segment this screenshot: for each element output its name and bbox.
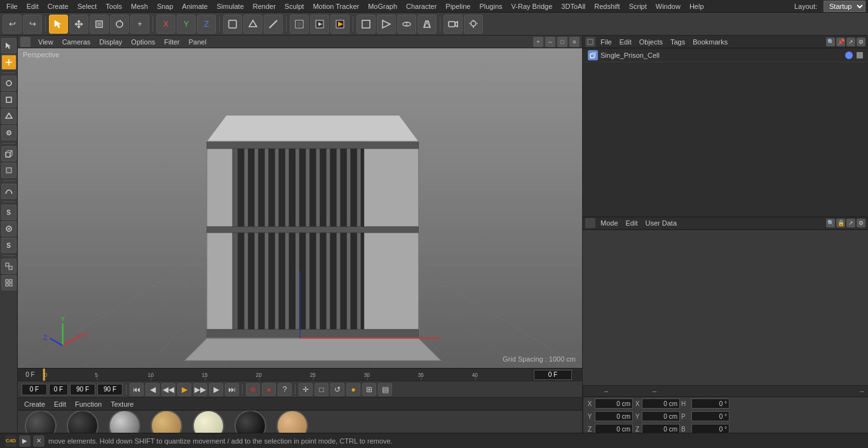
- mat-menu-create[interactable]: Create: [22, 400, 48, 408]
- menu-pipeline[interactable]: Pipeline: [442, 1, 474, 11]
- edge-mode-button[interactable]: [264, 15, 283, 34]
- vp-menu-display[interactable]: Display: [95, 37, 126, 47]
- menu-window[interactable]: Window: [652, 1, 684, 11]
- objects-menu-file[interactable]: File: [598, 38, 614, 46]
- search-icon[interactable]: 🔍: [826, 37, 835, 46]
- menu-simulate[interactable]: Simulate: [213, 1, 248, 11]
- menu-mesh[interactable]: Mesh: [127, 1, 152, 11]
- coord-h-input[interactable]: [691, 398, 729, 409]
- menu-animate[interactable]: Animate: [179, 1, 212, 11]
- rotate-tool-button[interactable]: [110, 15, 129, 34]
- current-frame-input[interactable]: [534, 370, 572, 380]
- coord-p-input[interactable]: [691, 411, 729, 421]
- cube-left-tool[interactable]: [1, 146, 17, 161]
- end-frame-input-2[interactable]: [97, 384, 123, 395]
- light-button[interactable]: [464, 15, 483, 34]
- status-icon-c4d[interactable]: C4D: [5, 435, 17, 447]
- menu-script[interactable]: Script: [625, 1, 651, 11]
- attr-arrow-icon[interactable]: ↗: [846, 219, 855, 227]
- prev-frame-button[interactable]: ◀: [146, 383, 159, 396]
- menu-snap[interactable]: Snap: [153, 1, 177, 11]
- vp-menu-view[interactable]: View: [34, 37, 57, 47]
- spline-left-tool[interactable]: [1, 184, 17, 199]
- polygon-mode-button[interactable]: [243, 15, 262, 34]
- help-button[interactable]: ?: [278, 383, 292, 396]
- pb-box-button[interactable]: □: [315, 383, 329, 396]
- polygon-left-tool[interactable]: [1, 109, 17, 124]
- render-active-view-button[interactable]: [310, 15, 329, 34]
- menu-motion-tracker[interactable]: Motion Tracker: [309, 1, 363, 11]
- vertex-left-tool[interactable]: [1, 125, 17, 140]
- S-tool-3[interactable]: S: [1, 238, 17, 253]
- menu-select[interactable]: Select: [74, 1, 101, 11]
- front-view-button[interactable]: [356, 15, 376, 34]
- play-button[interactable]: ▶: [177, 383, 191, 396]
- goto-start-button[interactable]: ⏮: [130, 383, 144, 396]
- box-left-tool[interactable]: [1, 163, 17, 178]
- z-axis-button[interactable]: Z: [197, 15, 216, 34]
- attr-search-icon[interactable]: 🔍: [826, 219, 835, 227]
- layout-dropdown[interactable]: Startup: [824, 1, 865, 12]
- attr-settings-icon[interactable]: ⚙: [857, 219, 865, 227]
- scale-tool-button[interactable]: [90, 15, 109, 34]
- auto-key-button[interactable]: ●: [262, 383, 276, 396]
- select-tool-button[interactable]: [49, 15, 68, 34]
- menu-vray[interactable]: V-Ray Bridge: [508, 1, 557, 11]
- attr-lock-icon[interactable]: 🔒: [836, 219, 845, 227]
- end-frame-input-1[interactable]: [70, 384, 95, 395]
- menu-plugins[interactable]: Plugins: [475, 1, 506, 11]
- vp-menu-filter[interactable]: Filter: [160, 37, 183, 47]
- vp-icon-2[interactable]: ↔: [545, 37, 555, 47]
- play-reverse-button[interactable]: ◀◀: [161, 383, 175, 396]
- grid-left-tool[interactable]: [1, 275, 17, 290]
- play-forward-button[interactable]: ▶▶: [193, 383, 207, 396]
- menu-3dtoall[interactable]: 3DToAll: [557, 1, 589, 11]
- status-close-icon[interactable]: ✕: [33, 435, 44, 447]
- x-axis-button[interactable]: X: [156, 15, 175, 34]
- status-play-icon[interactable]: ▶: [19, 435, 31, 447]
- mat-menu-function[interactable]: Function: [72, 400, 104, 408]
- next-frame-button[interactable]: ▶: [209, 383, 223, 396]
- timeline-ruler[interactable]: 0 F 0 5 10 15 20 25: [18, 368, 582, 381]
- move-left-tool[interactable]: [1, 55, 17, 70]
- rotation-left-tool[interactable]: [1, 76, 17, 91]
- scale-left-tool[interactable]: [1, 92, 17, 107]
- camera-button[interactable]: [444, 15, 463, 34]
- vp-icon-1[interactable]: +: [533, 37, 543, 47]
- pb-point-button[interactable]: ●: [346, 383, 360, 396]
- objects-menu-tags[interactable]: Tags: [668, 38, 688, 46]
- record-button[interactable]: ⊕: [246, 383, 260, 396]
- y-axis-button[interactable]: Y: [177, 15, 196, 34]
- menu-help[interactable]: Help: [686, 1, 708, 11]
- pointer-tool[interactable]: [1, 38, 17, 53]
- move-tool-button[interactable]: [69, 15, 88, 34]
- undo-button[interactable]: ↩: [3, 15, 22, 34]
- coord-y-size-input[interactable]: [642, 411, 680, 421]
- objects-menu-objects[interactable]: Objects: [637, 38, 665, 46]
- vp-menu-panel[interactable]: Panel: [185, 37, 210, 47]
- frame-display-input[interactable]: [49, 384, 68, 395]
- objects-menu-bookmarks[interactable]: Bookmarks: [690, 38, 730, 46]
- menu-sculpt[interactable]: Sculpt: [281, 1, 308, 11]
- S-tool-2[interactable]: [1, 221, 17, 236]
- attr-menu-edit[interactable]: Edit: [623, 219, 641, 227]
- attr-menu-userdata[interactable]: User Data: [643, 219, 680, 227]
- redo-button[interactable]: ↪: [23, 15, 42, 34]
- object-row-prison-cell[interactable]: Single_Prison_Cell: [583, 48, 868, 62]
- menu-edit[interactable]: Edit: [23, 1, 43, 11]
- menu-mograph[interactable]: MoGraph: [364, 1, 401, 11]
- S-tool-1[interactable]: S: [1, 205, 17, 220]
- expand-icon[interactable]: ↗: [846, 37, 855, 46]
- attr-menu-mode[interactable]: Mode: [598, 219, 621, 227]
- pb-render-btn[interactable]: ▤: [378, 383, 392, 396]
- menu-redshift[interactable]: Redshift: [590, 1, 623, 11]
- perspective-view-button[interactable]: [417, 15, 437, 34]
- vp-icon-4[interactable]: ≡: [569, 37, 580, 47]
- object-mode-button[interactable]: [223, 15, 242, 34]
- top-view-button[interactable]: [397, 15, 416, 34]
- box2-left-tool[interactable]: [1, 259, 17, 274]
- objects-menu-edit[interactable]: Edit: [617, 38, 634, 46]
- render-button[interactable]: [330, 15, 349, 34]
- menu-character[interactable]: Character: [402, 1, 440, 11]
- vp-menu-cameras[interactable]: Cameras: [58, 37, 95, 47]
